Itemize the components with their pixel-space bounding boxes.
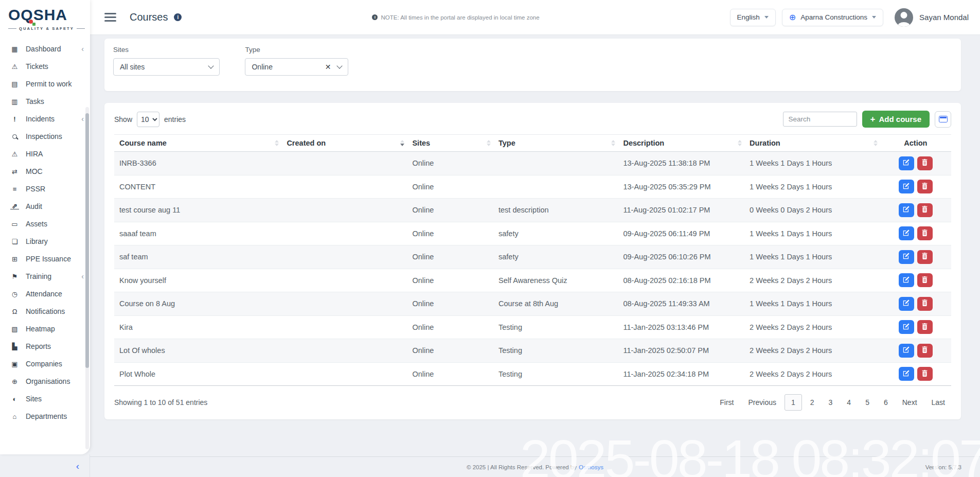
pagination-page-2[interactable]: 2 bbox=[804, 395, 821, 410]
sort-arrows-icon bbox=[611, 140, 615, 146]
sidebar-item-label: Tasks bbox=[26, 97, 44, 105]
cell-sites: Online bbox=[407, 222, 493, 245]
logo-tagline: QUALITY & SAFETY bbox=[8, 26, 85, 31]
info-icon[interactable]: i bbox=[174, 13, 182, 21]
pagination-page-1[interactable]: 1 bbox=[785, 394, 802, 411]
edit-course-button[interactable] bbox=[899, 273, 914, 287]
delete-course-button[interactable] bbox=[917, 297, 933, 311]
sidebar-item-attendance[interactable]: ◷Attendance bbox=[0, 285, 90, 303]
sidebar-item-audit[interactable]: ⇗Audit bbox=[0, 198, 90, 215]
delete-course-button[interactable] bbox=[917, 250, 933, 264]
cell-course-name: Lot Of wholes bbox=[114, 339, 281, 363]
sidebar-item-tasks[interactable]: ▥Tasks bbox=[0, 93, 90, 110]
pagination-page-4[interactable]: 4 bbox=[841, 395, 857, 410]
table-row: Plot WholeOnlineTesting11-Jan-2025 02:34… bbox=[114, 362, 951, 386]
edit-course-button[interactable] bbox=[899, 344, 914, 358]
pagination-last[interactable]: Last bbox=[925, 395, 951, 410]
sidebar-item-heatmap[interactable]: ▧Heatmap bbox=[0, 320, 90, 338]
cell-action bbox=[880, 152, 951, 175]
sidebar-item-training[interactable]: ⚑Training‹ bbox=[0, 268, 90, 285]
sidebar-item-label: Permit to work bbox=[26, 80, 72, 88]
osmosys-link[interactable]: Osmosys bbox=[579, 464, 603, 470]
sidebar-item-sites[interactable]: ◐Sites bbox=[0, 390, 90, 408]
edit-course-button[interactable] bbox=[899, 250, 914, 264]
search-input[interactable] bbox=[783, 112, 857, 127]
sidebar-collapse-icon[interactable]: ‹ bbox=[76, 461, 79, 471]
delete-course-button[interactable] bbox=[917, 273, 933, 287]
edit-course-button[interactable] bbox=[899, 367, 914, 381]
sidebar: OQSHA QUALITY & SAFETY ▦Dashboard‹⚠Ticke… bbox=[0, 0, 90, 454]
entries-select[interactable]: 10 bbox=[137, 112, 159, 127]
pagination-page-3[interactable]: 3 bbox=[823, 395, 839, 410]
column-header-type[interactable]: Type bbox=[493, 135, 618, 152]
edit-course-button[interactable] bbox=[899, 320, 914, 334]
delete-course-button[interactable] bbox=[917, 180, 933, 193]
courses-table-card: Show 10 entries + Add course Course name… bbox=[104, 103, 961, 419]
app-logo[interactable]: OQSHA QUALITY & SAFETY bbox=[0, 0, 90, 35]
clear-filter-icon[interactable]: ✕ bbox=[325, 63, 331, 70]
cell-description: 08-Aug-2025 11:49:33 AM bbox=[618, 292, 744, 316]
cell-duration: 1 Weeks 1 Days 1 Hours bbox=[744, 152, 880, 175]
sidebar-nav: ▦Dashboard‹⚠Tickets▤Permit to work▥Tasks… bbox=[0, 35, 90, 425]
sidebar-item-reports[interactable]: ▙Reports bbox=[0, 338, 90, 355]
sidebar-item-dashboard[interactable]: ▦Dashboard‹ bbox=[0, 40, 90, 58]
sidebar-scrollbar-thumb[interactable] bbox=[85, 113, 89, 368]
cell-description: 08-Aug-2025 02:16:18 PM bbox=[618, 269, 744, 292]
sidebar-item-permit-to-work[interactable]: ▤Permit to work bbox=[0, 75, 90, 93]
pagination-page-6[interactable]: 6 bbox=[878, 395, 894, 410]
cell-sites: Online bbox=[407, 315, 493, 339]
delete-course-button[interactable] bbox=[917, 344, 933, 358]
sidebar-item-inspections[interactable]: Inspections bbox=[0, 128, 90, 145]
sidebar-item-hira[interactable]: ⚠HIRA bbox=[0, 145, 90, 163]
topbar: Courses i NOTE: All times in the portal … bbox=[90, 0, 980, 35]
sidebar-item-tickets[interactable]: ⚠Tickets bbox=[0, 58, 90, 75]
sidebar-item-label: Incidents bbox=[26, 115, 55, 123]
topbar-right: English ⊕ Aparna Constructions Sayan Mon… bbox=[730, 8, 969, 27]
cell-action bbox=[880, 292, 951, 316]
column-header-course-name[interactable]: Course name bbox=[114, 135, 281, 152]
pagination-first[interactable]: First bbox=[714, 395, 740, 410]
delete-course-button[interactable] bbox=[917, 203, 933, 217]
cell-description: 11-Aug-2025 01:02:17 PM bbox=[618, 199, 744, 222]
column-header-created-on[interactable]: Created on bbox=[281, 135, 407, 152]
sidebar-item-ppe-issuance[interactable]: ⊞PPE Issuance bbox=[0, 250, 90, 268]
add-course-button[interactable]: + Add course bbox=[862, 111, 930, 128]
user-avatar[interactable] bbox=[895, 8, 913, 27]
hamburger-menu-icon[interactable] bbox=[104, 13, 116, 22]
delete-course-button[interactable] bbox=[917, 156, 933, 170]
delete-course-button[interactable] bbox=[917, 367, 933, 381]
show-entries-group: Show 10 entries bbox=[114, 112, 186, 127]
timezone-note: NOTE: All times in the portal are displa… bbox=[182, 14, 729, 21]
sort-arrows-icon bbox=[275, 140, 279, 146]
column-header-duration[interactable]: Duration bbox=[744, 135, 880, 152]
edit-course-button[interactable] bbox=[899, 226, 914, 240]
pagination-previous[interactable]: Previous bbox=[742, 395, 782, 410]
edit-course-button[interactable] bbox=[899, 156, 914, 170]
sidebar-item-library[interactable]: ❏Library bbox=[0, 233, 90, 250]
edit-course-button[interactable] bbox=[899, 297, 914, 311]
sidebar-item-moc[interactable]: ⇄MOC bbox=[0, 163, 90, 180]
sites-filter-select[interactable]: All sites bbox=[113, 58, 220, 76]
sidebar-item-incidents[interactable]: !Incidents‹ bbox=[0, 110, 90, 128]
language-dropdown[interactable]: English bbox=[730, 9, 776, 26]
sidebar-item-departments[interactable]: ⌂Departments bbox=[0, 408, 90, 425]
cell-duration: 2 Weeks 2 Days 2 Hours bbox=[744, 269, 880, 292]
column-header-description[interactable]: Description bbox=[618, 135, 744, 152]
sidebar-item-organisations[interactable]: ⊕Organisations bbox=[0, 373, 90, 390]
delete-course-button[interactable] bbox=[917, 320, 933, 334]
sidebar-item-assets[interactable]: ▭Assets bbox=[0, 215, 90, 233]
edit-course-button[interactable] bbox=[899, 180, 914, 193]
sidebar-item-companies[interactable]: ▣Companies bbox=[0, 355, 90, 373]
edit-course-button[interactable] bbox=[899, 203, 914, 217]
pagination-next[interactable]: Next bbox=[896, 395, 923, 410]
pencil-square-icon bbox=[903, 159, 910, 167]
sidebar-item-pssr[interactable]: ≡PSSR bbox=[0, 180, 90, 198]
column-visibility-button[interactable] bbox=[935, 111, 951, 128]
cell-action bbox=[880, 175, 951, 199]
company-dropdown[interactable]: ⊕ Aparna Constructions bbox=[782, 9, 883, 26]
type-filter-select[interactable]: Online ✕ bbox=[245, 58, 348, 76]
sidebar-item-notifications[interactable]: ΩNotifications bbox=[0, 303, 90, 320]
delete-course-button[interactable] bbox=[917, 226, 933, 240]
column-header-sites[interactable]: Sites bbox=[407, 135, 493, 152]
pagination-page-5[interactable]: 5 bbox=[859, 395, 876, 410]
